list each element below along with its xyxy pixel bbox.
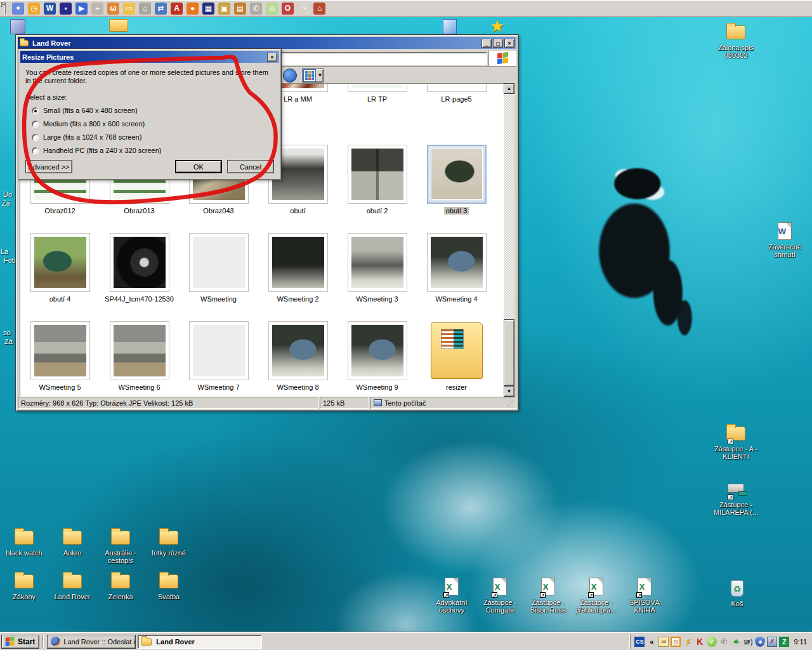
blue-book-icon[interactable] — [10, 19, 25, 34]
thumbnail-label[interactable]: LR TP — [365, 95, 389, 103]
hide-icons-chevron[interactable]: « — [646, 637, 657, 647]
thumbnail-image[interactable] — [110, 233, 169, 292]
desktop-folder-icon[interactable]: Svatba — [145, 572, 193, 600]
toolbar-shortcut-icon[interactable]: ✦ — [12, 3, 24, 15]
dialog-close-button[interactable]: × — [267, 53, 277, 62]
radio-label[interactable]: Large (fits a 1024 x 768 screen) — [43, 133, 141, 141]
thumbnail-label[interactable]: WSmeeting 9 — [354, 383, 400, 391]
maximize-button[interactable]: □ — [493, 39, 503, 48]
scrollbar-thumb[interactable] — [504, 319, 514, 386]
desktop-folder-icon[interactable]: Land Rover — [48, 572, 96, 600]
thumbnail-label[interactable]: obutí 2 — [365, 207, 390, 215]
close-button[interactable]: × — [504, 39, 514, 48]
thumbnail-label[interactable]: Obraz012 — [43, 207, 77, 215]
toolbar-shortcut-icon[interactable]: ▪ — [60, 3, 72, 15]
mail-tray-icon[interactable]: ✉ — [658, 637, 669, 647]
thumbnail-item[interactable]: WSmeeting 4 — [417, 233, 496, 303]
thumbnail-image[interactable] — [427, 83, 487, 92]
thumbnail-item[interactable]: obutí 3 — [417, 145, 496, 215]
thumbnail-label[interactable]: WSmeeting 4 — [433, 295, 479, 303]
icq-tray-icon[interactable]: ♣ — [731, 637, 741, 647]
toolbar-shortcut-icon[interactable]: O — [282, 3, 294, 15]
thumbnail-image[interactable] — [348, 145, 407, 204]
toolbar-shortcut-icon[interactable]: W — [44, 3, 56, 15]
task-button-firefox[interactable]: Land Rover :: Odeslat o... — [47, 635, 136, 649]
thumbnail-image[interactable] — [268, 321, 328, 380]
network-volume-tray-icon[interactable]: 🖳) — [743, 637, 753, 647]
toolbar-button-icon[interactable] — [283, 69, 297, 83]
desktop-icon-recycle-bin[interactable]: ♻ Koš — [713, 579, 761, 607]
tray-clock[interactable]: 9:11 — [794, 638, 807, 646]
thumbnail-item[interactable]: LR-page5 — [417, 83, 496, 103]
cancel-button[interactable]: Cancel — [227, 160, 274, 173]
thumbnail-image[interactable] — [110, 321, 169, 380]
ok-button[interactable]: OK — [175, 160, 222, 173]
scroll-down-button[interactable]: ▼ — [504, 386, 514, 397]
thumbnail-image[interactable] — [30, 321, 90, 380]
radio-label[interactable]: Handheld PC (fits a 240 x 320 screen) — [43, 147, 162, 154]
desktop-icon-zaverecne-shrnuti[interactable]: W Závěrečné shrnutí — [761, 222, 809, 258]
toolbar-shortcut-icon[interactable]: A — [171, 3, 183, 15]
radio-label[interactable]: Small (fits a 640 x 480 screen) — [43, 107, 138, 114]
thumbnail-item[interactable]: WSmeeting — [179, 233, 258, 303]
toolbar-shortcut-icon[interactable]: ⌁ — [91, 3, 103, 15]
radio-label[interactable]: Medium (fits a 800 x 600 screen) — [43, 120, 145, 128]
thumbnail-image[interactable] — [348, 321, 407, 380]
desktop-folder-icon[interactable]: Austrálie - cestopis — [96, 528, 145, 564]
network-error-tray-icon[interactable]: ✗ — [767, 637, 777, 647]
sync-clock-tray-icon[interactable]: ◷ — [671, 637, 681, 647]
toolbar-shortcut-icon[interactable]: ω — [107, 3, 119, 15]
advanced-button[interactable]: Advanced >> — [25, 160, 72, 173]
minimize-button[interactable]: _ — [481, 39, 492, 48]
thumbnail-image[interactable] — [30, 233, 90, 292]
toolbar-shortcut-icon[interactable]: ◔ — [298, 3, 310, 15]
language-indicator[interactable]: CS — [634, 637, 645, 647]
thumbnail-item[interactable]: obutí 2 — [337, 145, 417, 215]
radio-icon[interactable] — [32, 134, 39, 141]
thumbnail-label[interactable]: WSmeeting 2 — [275, 295, 320, 303]
thumbnail-image[interactable] — [427, 145, 487, 204]
thumbnail-item[interactable]: SP44J_tcm470-12530 — [100, 233, 179, 303]
lightning-tray-icon[interactable]: ⚡ — [683, 637, 693, 647]
folder-icon[interactable] — [109, 19, 128, 32]
star-icon[interactable]: ★ — [490, 19, 504, 33]
desktop-folder-icon[interactable]: Aukro — [48, 528, 96, 564]
thumbnail-label[interactable]: WSmeeting 7 — [195, 383, 241, 391]
desktop-excel-shortcut[interactable]: X↗ Advokátní úschovy — [428, 578, 476, 614]
thumbnail-label[interactable]: SP44J_tcm470-12530 — [103, 295, 176, 303]
thumbnail-label[interactable]: WSmeeting 3 — [354, 295, 400, 303]
size-option[interactable]: Small (fits a 640 x 480 screen) — [32, 107, 275, 114]
toolbar-shortcut-icon[interactable]: ▦ — [202, 3, 214, 15]
thumbnail-label[interactable]: resizer — [444, 383, 469, 391]
thumbnail-item[interactable]: obutí 4 — [20, 233, 100, 303]
toolbar-shortcut-icon[interactable]: ▤ — [234, 3, 246, 15]
toolbar-shortcut-icon[interactable]: ◷ — [28, 3, 40, 15]
desktop-folder-icon[interactable]: Zákony — [0, 572, 48, 600]
toolbar-shortcut-icon[interactable]: ⇄ — [155, 3, 167, 15]
shield-tray-icon[interactable]: ◈ — [755, 637, 765, 647]
toolbar-shortcut-icon[interactable]: ⌂ — [313, 3, 325, 15]
task-button-land-rover[interactable]: Land Rover — [138, 635, 262, 649]
resize-grip[interactable]: ⋰ — [508, 399, 513, 406]
radio-icon[interactable] — [32, 121, 39, 128]
thumbnail-label[interactable]: obutí — [288, 207, 307, 215]
thumbnail-label[interactable]: obutí 4 — [48, 295, 73, 303]
toolbar-shortcut-icon[interactable]: ▭ — [123, 3, 135, 15]
thumbnail-image[interactable] — [268, 233, 328, 292]
thumbnail-item[interactable]: WSmeeting 9 — [337, 321, 417, 391]
thumbnail-image[interactable] — [427, 233, 487, 292]
thumbnail-label[interactable]: LR a MM — [282, 95, 314, 103]
thumbnail-label[interactable]: Obraz043 — [201, 207, 235, 215]
z-app-tray-icon[interactable]: Z — [779, 637, 789, 647]
desktop-folder-icon[interactable]: black watch — [0, 528, 48, 564]
desktop-icon-zaloha-spis[interactable]: Záloha spis 080303 — [712, 23, 760, 59]
thumbnail-label[interactable]: LR-page5 — [439, 95, 473, 103]
thumbnail-item[interactable]: LR TP — [337, 83, 417, 103]
desktop-excel-shortcut[interactable]: X↗ Zástupce - Bison Rose — [524, 578, 572, 614]
thumbnail-image[interactable] — [189, 233, 249, 292]
desktop-excel-shortcut[interactable]: X↗ SPISOVÁ KNIHA — [620, 578, 669, 614]
thumbnail-item[interactable]: WSmeeting 2 — [258, 233, 337, 303]
desktop-icon-zastupce-klienti[interactable]: ↗ Zástupce - A -KLIENTI — [712, 424, 760, 460]
thumbnail-label[interactable]: Obraz013 — [122, 207, 156, 215]
thumbnail-item[interactable]: WSmeeting 6 — [100, 321, 179, 391]
